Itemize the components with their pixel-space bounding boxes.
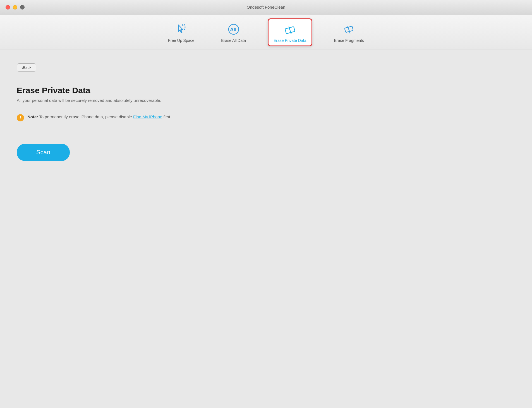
svg-line-2 — [184, 29, 185, 30]
erase-all-data-label: Erase All Data — [221, 38, 246, 43]
svg-text:All: All — [230, 27, 236, 32]
svg-line-0 — [184, 25, 185, 25]
erase-private-data-icon — [283, 22, 297, 37]
minimize-button[interactable] — [13, 5, 17, 9]
note-body: To permanently erase iPhone data, please… — [38, 114, 133, 119]
free-up-space-label: Free Up Space — [168, 38, 194, 43]
back-button[interactable]: ‹Back — [17, 63, 36, 72]
erase-private-data-label: Erase Private Data — [274, 38, 306, 43]
toolbar-item-erase-private-data[interactable]: Erase Private Data — [268, 18, 312, 46]
free-up-space-icon — [174, 22, 188, 37]
window-controls — [6, 5, 25, 9]
maximize-button[interactable] — [20, 5, 25, 9]
scan-button[interactable]: Scan — [17, 144, 70, 161]
scan-button-label: Scan — [36, 149, 50, 156]
warning-icon: ! — [17, 114, 24, 121]
window-title: Ondesoft FoneClean — [247, 5, 285, 9]
note-section: ! Note: To permanently erase iPhone data… — [17, 114, 515, 121]
note-suffix: first. — [162, 114, 171, 119]
erase-all-data-icon: All — [226, 22, 241, 37]
page-title: Erase Private Data — [17, 86, 515, 95]
page-subtitle: All your personal data will be securely … — [17, 98, 515, 103]
note-prefix: Note: — [27, 114, 38, 119]
titlebar: Ondesoft FoneClean — [0, 0, 532, 15]
main-content: ‹Back Erase Private Data All your person… — [0, 49, 532, 408]
find-my-iphone-link[interactable]: Find My iPhone — [133, 114, 162, 119]
toolbar: Free Up Space All Erase All Data Erase P… — [0, 15, 532, 49]
close-button[interactable] — [6, 5, 10, 9]
toolbar-item-free-up-space[interactable]: Free Up Space — [163, 19, 199, 45]
note-text: Note: To permanently erase iPhone data, … — [27, 114, 171, 120]
toolbar-item-erase-fragments[interactable]: Erase Fragments — [329, 19, 369, 45]
erase-fragments-icon — [342, 22, 356, 37]
back-button-label: ‹Back — [21, 65, 32, 70]
toolbar-item-erase-all-data[interactable]: All Erase All Data — [216, 19, 251, 45]
erase-fragments-label: Erase Fragments — [334, 38, 364, 43]
